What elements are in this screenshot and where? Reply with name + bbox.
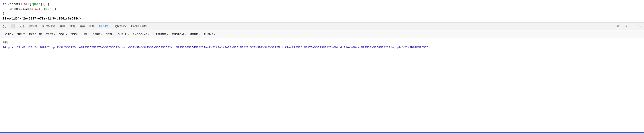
tab-performance-label: 性能 (70, 24, 75, 28)
url-area: URL http://120.48.128.24:9090/?pop=0%3A4… (0, 38, 644, 52)
devtools-more-btn[interactable]: ⋮ (630, 23, 636, 30)
hackbar-mode-label: MODE (190, 33, 198, 36)
mode-dropdown-arrow: ▾ (198, 33, 200, 36)
tab-application[interactable]: 应用 (87, 22, 97, 30)
hackbar-ssrf-label: SSRF (93, 33, 100, 36)
hackbar-sqli-label: SQLI (59, 33, 66, 36)
hackbar-theme-label: THEME (204, 33, 214, 36)
hackbar-split-btn[interactable]: SPLIT (16, 32, 27, 37)
code-paren: ( (6, 2, 10, 7)
hackbar-custom-label: CUSTOM (172, 33, 184, 36)
code-flag-text: flag{1d54af2e-5097-e7fe-81f6-d1561c6e698… (3, 16, 81, 21)
hackbar-test-btn[interactable]: TEST ▾ (44, 32, 57, 37)
ssti-dropdown-arrow: ▾ (112, 33, 114, 36)
url-value[interactable]: http://120.48.128.24:9090/?pop=0%3A4%3A2… (3, 46, 641, 50)
tab-cookie-editor-label: Cookie-Editor (131, 24, 147, 28)
device-icon: ⬜ (11, 24, 15, 28)
hackbar-split-label: SPLIT (17, 33, 25, 36)
dock-icon: ⧉ (617, 24, 619, 28)
hashing-dropdown-arrow: ▾ (167, 33, 168, 36)
code-indent (3, 7, 10, 12)
hackbar-test-label: TEST (46, 33, 53, 36)
code-line-1: if ( isset( $_GET [ 'pop' ])) { (3, 2, 641, 7)
sqli-dropdown-arrow: ▾ (66, 33, 67, 36)
tab-network-label: 网络 (60, 24, 66, 28)
tab-sources[interactable]: 源代码/来源 (40, 22, 58, 30)
tab-device-icon[interactable]: ⬜ (9, 22, 17, 30)
shell-dropdown-arrow: ▾ (128, 33, 129, 36)
url-label: URL (3, 40, 641, 44)
hackbar-load-label: LOAD (4, 33, 11, 36)
code-bracket-close2: ]); (51, 7, 56, 12)
hackbar-mode-btn[interactable]: MODE ▾ (188, 32, 202, 37)
hackbar-hashing-btn[interactable]: HASHING ▾ (152, 32, 170, 37)
code-flag-line: flag{1d54af2e-5097-e7fe-81f6-d1561c6e698… (3, 16, 641, 21)
code-string-pop2: 'pop' (42, 7, 51, 12)
tab-cookie-editor[interactable]: Cookie-Editor (129, 22, 150, 30)
hackbar-lfi-btn[interactable]: LFI ▾ (81, 32, 90, 37)
hackbar-ssti-btn[interactable]: SSTI ▾ (104, 32, 116, 37)
hackbar-execute-btn[interactable]: EXECUTE (27, 32, 44, 37)
encoding-dropdown-arrow: ▾ (148, 33, 149, 36)
code-variable-get: $_GET (20, 2, 30, 7)
code-bracket2: [ (40, 7, 42, 12)
hackbar-ssrf-btn[interactable]: SSRF ▾ (91, 32, 104, 37)
devtools-close-btn[interactable]: ✕ (637, 23, 643, 30)
tab-elements[interactable]: 元素 (17, 22, 27, 30)
tab-application-label: 应用 (89, 24, 95, 28)
gear-icon: ⚙ (624, 25, 627, 28)
hackbar-encoding-btn[interactable]: ENCODING ▾ (131, 32, 151, 37)
load-dropdown-arrow: ▾ (12, 33, 13, 36)
hackbar-encoding-label: ENCODING (133, 33, 148, 36)
hackbar-shell-label: SHELL (118, 33, 127, 36)
hackbar-custom-btn[interactable]: CUSTOM ▾ (170, 32, 188, 37)
code-keyword-if: if (3, 2, 6, 7)
tab-lighthouse[interactable]: Lighthouse (112, 22, 129, 30)
tab-sources-label: 源代码/来源 (42, 24, 56, 28)
tab-memory[interactable]: 内存 (77, 22, 87, 30)
tab-hackbar[interactable]: HackBar (97, 22, 112, 30)
code-string-pop: 'pop' (32, 2, 40, 7)
devtools-settings-btn[interactable]: ⚙ (623, 23, 629, 30)
tab-console-label: 控制台 (29, 24, 37, 28)
hackbar-ssti-label: SSTI (106, 33, 112, 36)
code-variable-get2: $_GET (32, 7, 40, 12)
code-line-2: unserialize( $_GET [ 'pop' ]); (3, 7, 641, 12)
hackbar-xss-label: XSS (71, 33, 77, 36)
devtools-dock-btn[interactable]: ⧉ 1 (616, 23, 622, 30)
custom-dropdown-arrow: ▾ (184, 33, 186, 36)
inspect-icon: ⛶ (3, 24, 6, 28)
devtools-right-controls: ⧉ 1 ⚙ ⋮ ✕ (616, 23, 643, 30)
hackbar-sqli-btn[interactable]: SQLI ▾ (57, 32, 69, 37)
tab-lighthouse-label: Lighthouse (114, 24, 127, 28)
code-function-unserialize: unserialize( (10, 7, 31, 12)
tab-network[interactable]: 网络 (58, 22, 68, 30)
hackbar-hashing-label: HASHING (153, 33, 166, 36)
devtools-toolbar: ⛶ ⬜ 元素 控制台 源代码/来源 网络 性能 内存 应用 HackBar Li… (0, 22, 644, 30)
theme-dropdown-arrow: ▾ (214, 33, 215, 36)
tab-hackbar-label: HackBar (99, 24, 109, 28)
test-dropdown-arrow: ▾ (54, 33, 55, 36)
close-icon: ✕ (639, 25, 641, 28)
hackbar-load-btn[interactable]: LOAD ▾ (2, 32, 15, 37)
code-area: if ( isset( $_GET [ 'pop' ])) { unserial… (0, 0, 644, 22)
lfi-dropdown-arrow: ▾ (88, 33, 89, 36)
hackbar-theme-btn[interactable]: THEME ▾ (202, 32, 217, 37)
hackbar-xss-btn[interactable]: XSS ▾ (70, 32, 80, 37)
code-function-isset: isset( (10, 2, 20, 7)
tab-elements-label: 元素 (20, 24, 25, 28)
tab-console[interactable]: 控制台 (27, 22, 40, 30)
tab-performance[interactable]: 性能 (68, 22, 77, 30)
hackbar-lfi-label: LFI (83, 33, 87, 36)
tab-memory-label: 内存 (80, 24, 85, 28)
code-bracket-close: ])) { (40, 2, 50, 7)
ssrf-dropdown-arrow: ▾ (100, 33, 102, 36)
hackbar-toolbar: LOAD ▾ SPLIT EXECUTE TEST ▾ SQLI ▾ XSS ▾… (0, 30, 644, 38)
hackbar-execute-label: EXECUTE (29, 33, 42, 36)
hackbar-shell-btn[interactable]: SHELL ▾ (116, 32, 130, 37)
tab-inspect-icon[interactable]: ⛶ (1, 22, 9, 30)
arrow-container: ← (83, 16, 85, 20)
code-brace-close: } (3, 11, 4, 16)
dock-count: 1 (619, 25, 620, 28)
code-bracket: [ (30, 2, 32, 7)
